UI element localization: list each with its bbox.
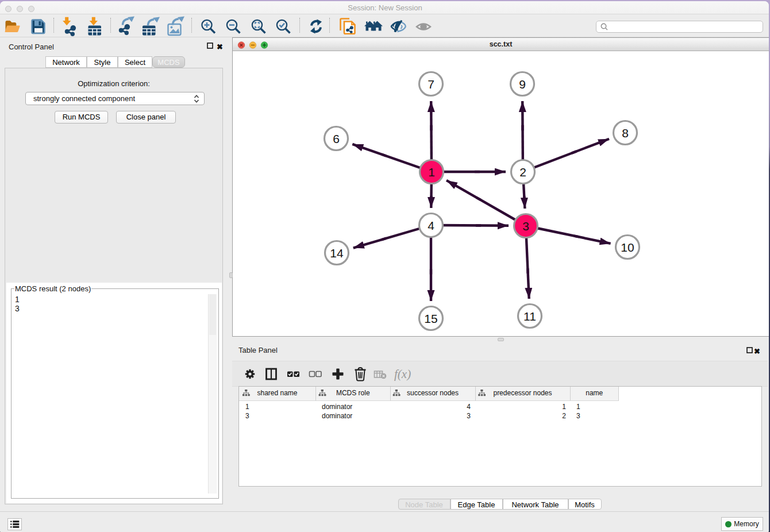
svg-text:1: 1: [428, 165, 435, 179]
svg-text:4: 4: [428, 219, 434, 232]
svg-text:8: 8: [622, 126, 629, 140]
svg-text:3: 3: [522, 219, 529, 233]
svg-text:10: 10: [621, 241, 634, 254]
svg-text:f(x): f(x): [394, 367, 411, 381]
svg-text:15: 15: [424, 312, 437, 325]
svg-text:2: 2: [519, 165, 526, 179]
svg-text:7: 7: [428, 78, 434, 91]
svg-text:9: 9: [519, 78, 526, 91]
svg-text:11: 11: [523, 310, 536, 323]
svg-text:14: 14: [330, 246, 344, 260]
svg-text:6: 6: [333, 132, 340, 145]
